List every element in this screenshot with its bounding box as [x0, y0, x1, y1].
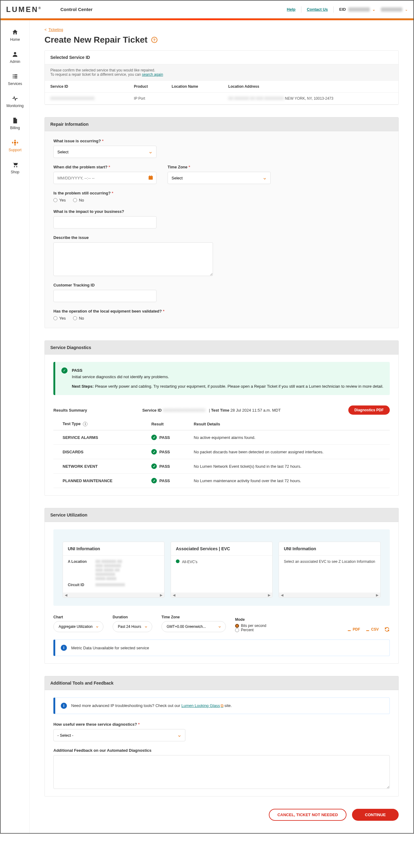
looking-glass-link[interactable]: Lumen Looking Glass⧉: [181, 703, 224, 708]
result-badge: ✓PASS: [151, 463, 183, 469]
associated-evc-card: Associated Services | EVC All-EVC's ◀▶: [171, 541, 272, 598]
col-head: Product: [128, 81, 166, 93]
mode-label: Mode: [235, 617, 266, 622]
sidebar-item-shop[interactable]: Shop: [1, 156, 29, 179]
scrollbar[interactable]: ◀▶: [171, 593, 272, 597]
test-time: | Test Time 28 Jul 2024 11:57 a.m. MDT: [208, 408, 281, 412]
result-details: No Lumen Network Event ticket(s) found i…: [188, 459, 390, 473]
refresh-button[interactable]: [384, 627, 390, 632]
scrollbar[interactable]: ◀▶: [279, 593, 380, 597]
cancel-button[interactable]: CANCEL, TICKET NOT NEEDED: [269, 809, 347, 821]
issue-select[interactable]: Select: [53, 146, 156, 158]
logo: LUMEN®: [6, 5, 42, 14]
impact-input[interactable]: [53, 216, 156, 228]
info-icon[interactable]: i: [83, 422, 87, 426]
tracking-label: Customer Tracking ID: [53, 283, 390, 287]
diagnostics-section: Service Diagnostics ✓ PASS Initial servi…: [45, 340, 398, 496]
check-icon: ✓: [151, 449, 157, 455]
info-icon: i: [61, 703, 67, 709]
result-details: No packet discards have been detected on…: [188, 445, 390, 459]
sidebar-item-services[interactable]: Services: [1, 68, 29, 90]
continue-button[interactable]: CONTINUE: [352, 809, 398, 821]
location-name-value: [166, 93, 223, 104]
breadcrumb-link[interactable]: Ticketing: [49, 28, 63, 32]
mode-bps-radio[interactable]: Bits per second: [235, 624, 266, 628]
sidebar-item-admin[interactable]: Admin: [1, 46, 29, 68]
diagnostics-pdf-button[interactable]: Diagnostics PDF: [348, 405, 390, 415]
page-title: Create New Repair Ticket: [45, 35, 148, 45]
mode-pct-radio[interactable]: Percent: [235, 628, 266, 632]
tz-select[interactable]: GMT+0.00 Greenwich...: [161, 621, 226, 632]
results-summary-row: Results Summary Service ID XXXXXXXXXXXXX…: [53, 402, 390, 418]
app-title: Control Center: [60, 7, 93, 12]
col-head: Location Address: [223, 81, 398, 93]
location-addr-value: XX XXXXXX XX XXX XXXXXXXX NEW YORK, NY, …: [223, 93, 398, 104]
circuit-value: XXXXXXXXXXXX: [95, 583, 159, 587]
banner-text: Metric Data Unavailable for selected ser…: [71, 646, 149, 650]
table-row: DISCARDS ✓PASS No packet discards have b…: [53, 445, 390, 459]
export-pdf-button[interactable]: PDF: [347, 627, 360, 631]
support-icon: [11, 138, 19, 147]
feedback-textarea[interactable]: [53, 755, 390, 789]
sidebar-item-label: Shop: [11, 170, 19, 174]
calendar-icon[interactable]: [148, 175, 153, 181]
eid-menu[interactable]: EID ⌄: [339, 7, 375, 12]
account-menu[interactable]: ⌄: [381, 7, 408, 12]
note-line: Please confirm the selected service that…: [50, 68, 393, 72]
svg-rect-3: [13, 76, 14, 77]
account-name: [381, 7, 402, 12]
export-csv-button[interactable]: CSV: [365, 627, 379, 631]
service-table: Service ID Product Location Name Locatio…: [45, 81, 398, 104]
divider: [301, 6, 301, 12]
section-head: Additional Tools and Feedback: [45, 676, 398, 690]
useful-select[interactable]: - Select -: [53, 729, 185, 741]
svg-rect-13: [151, 176, 152, 177]
svg-point-9: [16, 166, 18, 167]
help-icon[interactable]: ?: [151, 37, 157, 43]
test-type: NETWORK EVENT: [53, 459, 146, 473]
sidebar: Home Admin Services Monitoring Billing S…: [1, 20, 30, 833]
chart-select[interactable]: Aggregate Utilization: [53, 621, 104, 632]
document-icon: [11, 117, 19, 125]
note-line: To request a repair ticket for a differe…: [50, 72, 393, 77]
pass-banner: ✓ PASS Initial service diagnostics did n…: [53, 362, 390, 395]
sidebar-item-label: Monitoring: [6, 104, 24, 108]
sidebar-item-support[interactable]: Support: [1, 134, 29, 156]
duration-select[interactable]: Past 24 Hours: [113, 621, 152, 632]
radio-no[interactable]: No: [73, 198, 84, 203]
svg-point-8: [14, 166, 15, 167]
svg-rect-4: [14, 76, 17, 77]
duration-label: Duration: [113, 615, 152, 619]
radio-yes[interactable]: Yes: [53, 316, 66, 320]
scrollbar[interactable]: ◀▶: [63, 593, 164, 597]
tz-label: Time Zone: [161, 615, 226, 619]
search-again-link[interactable]: search again: [142, 72, 163, 77]
home-icon: [11, 28, 19, 36]
describe-textarea[interactable]: [53, 242, 213, 276]
result-badge: ✓PASS: [151, 478, 183, 484]
tracking-input[interactable]: [53, 290, 156, 302]
sidebar-item-monitoring[interactable]: Monitoring: [1, 90, 29, 112]
panel-head: Selected Service ID: [45, 51, 398, 64]
contact-link[interactable]: Contact Us: [307, 7, 328, 12]
tz-label: Time Zone *: [168, 165, 271, 169]
radio-yes[interactable]: Yes: [53, 198, 66, 203]
chart-label: Chart: [53, 615, 104, 619]
check-icon: ✓: [61, 367, 67, 374]
table-row: NETWORK EVENT ✓PASS No Lumen Network Eve…: [53, 459, 390, 473]
sidebar-item-billing[interactable]: Billing: [1, 112, 29, 134]
circuit-label: Circuit ID: [68, 583, 95, 587]
tz-select[interactable]: Select: [168, 172, 271, 184]
evc-item[interactable]: All-EVC's: [176, 559, 267, 564]
when-input[interactable]: [53, 172, 156, 184]
radio-no[interactable]: No: [73, 316, 84, 320]
sidebar-item-home[interactable]: Home: [1, 24, 29, 46]
external-link-icon: ⧉: [221, 703, 224, 708]
help-link[interactable]: Help: [287, 7, 296, 12]
uni-info-card: UNI Information A LocationXX XXXXXX XXXX…: [63, 541, 165, 598]
card-head: UNI Information: [279, 542, 380, 556]
sidebar-item-label: Home: [10, 37, 20, 42]
breadcrumb: < Ticketing: [45, 28, 398, 32]
table-row: PLANNED MAINTENANCE ✓PASS No Lumen maint…: [53, 473, 390, 488]
section-head: Repair Information: [45, 117, 398, 131]
